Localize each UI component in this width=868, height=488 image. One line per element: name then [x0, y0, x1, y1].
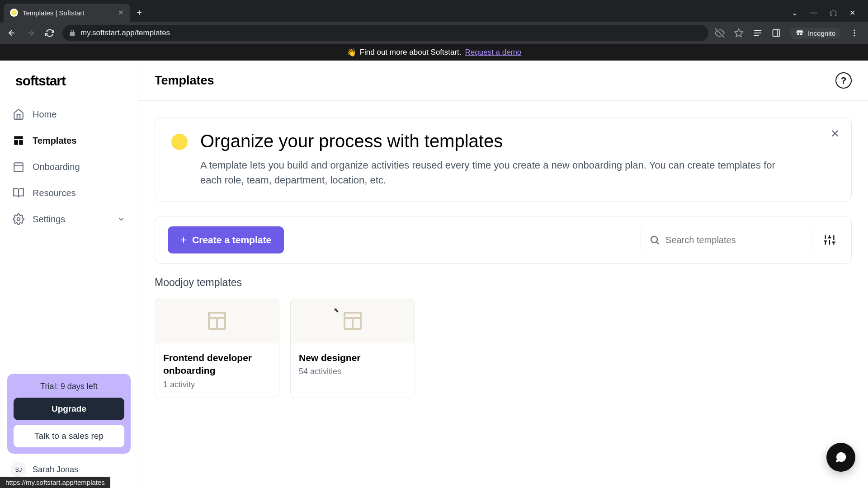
wave-emoji-icon: 👋: [347, 48, 356, 57]
template-thumb: [291, 298, 415, 343]
calendar-icon: [13, 161, 24, 173]
arrow-right-icon: [26, 28, 35, 38]
svg-point-7: [854, 32, 855, 33]
url-field[interactable]: my.softstart.app/templates: [62, 25, 708, 41]
template-meta: 1 activity: [163, 380, 271, 389]
svg-point-8: [854, 35, 855, 36]
svg-rect-11: [19, 140, 23, 145]
sidebar-item-label: Home: [33, 109, 57, 120]
upgrade-button[interactable]: Upgrade: [14, 398, 124, 420]
trial-box: Trial: 9 days left Upgrade Talk to a sal…: [7, 374, 131, 454]
close-tab-icon[interactable]: ✕: [118, 9, 124, 17]
search-input[interactable]: [665, 235, 804, 245]
incognito-icon: [795, 30, 804, 36]
status-bar: https://my.softstart.app/templates: [0, 477, 110, 488]
svg-point-15: [651, 236, 657, 243]
browser-tab[interactable]: Templates | Softstart ✕: [4, 4, 130, 22]
main: Templates ? Organize your process with t…: [138, 61, 868, 488]
template-cards: Frontend developer onboarding 1 activity…: [155, 298, 852, 398]
kebab-menu-icon[interactable]: [850, 28, 859, 38]
url-text: my.softstart.app/templates: [80, 28, 170, 38]
intro-card: Organize your process with templates A t…: [155, 117, 852, 202]
forward-button[interactable]: [24, 27, 37, 39]
filter-button[interactable]: [821, 231, 839, 249]
back-button[interactable]: [5, 27, 18, 39]
svg-point-6: [854, 30, 855, 31]
close-window-icon[interactable]: ✕: [849, 9, 855, 17]
sidebar-item-home[interactable]: Home: [7, 101, 131, 127]
home-icon: [13, 108, 24, 120]
create-label: Create a template: [192, 235, 271, 245]
minimize-icon[interactable]: —: [810, 9, 817, 17]
template-card[interactable]: New designer 54 activities: [290, 298, 415, 398]
template-icon: [206, 310, 228, 332]
template-card[interactable]: Frontend developer onboarding 1 activity: [155, 298, 279, 398]
toolbar: + Create a template: [155, 216, 852, 264]
sidebar: softstart Home Templates Onboarding Reso…: [0, 61, 138, 488]
content: Organize your process with templates A t…: [138, 101, 868, 488]
template-meta: 54 activities: [299, 367, 406, 376]
favicon-icon: [10, 9, 18, 17]
close-intro-button[interactable]: ✕: [830, 127, 840, 140]
address-bar: my.softstart.app/templates Incognito: [0, 22, 868, 44]
logo[interactable]: softstart: [7, 73, 131, 89]
reload-button[interactable]: [43, 27, 56, 39]
template-icon: [342, 310, 363, 332]
side-panel-icon[interactable]: [772, 28, 781, 38]
svg-rect-4: [773, 30, 780, 37]
svg-rect-12: [14, 163, 23, 172]
sidebar-item-resources[interactable]: Resources: [7, 180, 131, 206]
app: softstart Home Templates Onboarding Reso…: [0, 61, 868, 488]
sidebar-item-templates[interactable]: Templates: [7, 127, 131, 154]
create-template-button[interactable]: + Create a template: [168, 226, 284, 253]
user-name: Sarah Jonas: [33, 465, 78, 474]
templates-icon: [13, 135, 24, 146]
gear-icon: [13, 213, 24, 225]
promo-banner: 👋 Find out more about Softstart. Request…: [0, 44, 868, 61]
sliders-icon: [823, 234, 836, 246]
tab-dropdown-icon[interactable]: ⌄: [792, 9, 797, 17]
accent-dot-icon: [171, 134, 188, 150]
chevron-down-icon: [117, 215, 125, 223]
sidebar-item-label: Settings: [33, 214, 65, 225]
reload-icon: [45, 28, 54, 38]
maximize-icon[interactable]: ▢: [830, 9, 837, 17]
tab-title: Templates | Softstart: [23, 9, 113, 17]
banner-link[interactable]: Request a demo: [465, 48, 522, 57]
template-name: New designer: [299, 352, 406, 364]
intro-body: A template lets you build and organize a…: [200, 158, 788, 188]
tab-bar: Templates | Softstart ✕ + ⌄ — ▢ ✕: [0, 0, 868, 22]
search-box[interactable]: [641, 228, 812, 252]
browser-chrome: Templates | Softstart ✕ + ⌄ — ▢ ✕ my.sof…: [0, 0, 868, 44]
addr-right: Incognito: [715, 28, 863, 39]
arrow-left-icon: [7, 28, 16, 38]
help-button[interactable]: ?: [835, 72, 852, 89]
sidebar-item-settings[interactable]: Settings: [7, 206, 131, 232]
page-title: Templates: [155, 74, 214, 88]
trial-text: Trial: 9 days left: [14, 380, 124, 393]
main-header: Templates ?: [138, 61, 868, 101]
eye-off-icon[interactable]: [715, 28, 725, 38]
template-thumb: [155, 298, 279, 343]
section-title: Moodjoy templates: [155, 277, 852, 289]
avatar: SJ: [11, 462, 26, 477]
intro-title: Organize your process with templates: [200, 131, 788, 151]
sidebar-item-label: Onboarding: [33, 162, 80, 172]
svg-rect-9: [14, 136, 23, 139]
search-icon: [649, 235, 660, 245]
book-icon: [13, 187, 24, 199]
lock-icon: [69, 29, 76, 37]
talk-to-sales-button[interactable]: Talk to a sales rep: [14, 425, 124, 447]
window-controls: ⌄ — ▢ ✕: [792, 9, 864, 17]
svg-marker-0: [735, 29, 743, 37]
sidebar-item-onboarding[interactable]: Onboarding: [7, 154, 131, 180]
reading-list-icon[interactable]: [753, 28, 763, 38]
svg-line-16: [657, 242, 659, 244]
chat-fab[interactable]: [826, 443, 855, 472]
new-tab-button[interactable]: +: [132, 5, 146, 20]
plus-icon: +: [180, 234, 187, 246]
incognito-badge[interactable]: Incognito: [790, 28, 841, 39]
star-icon[interactable]: [734, 28, 744, 38]
sidebar-item-label: Templates: [33, 136, 76, 146]
banner-text: Find out more about Softstart.: [360, 48, 462, 57]
